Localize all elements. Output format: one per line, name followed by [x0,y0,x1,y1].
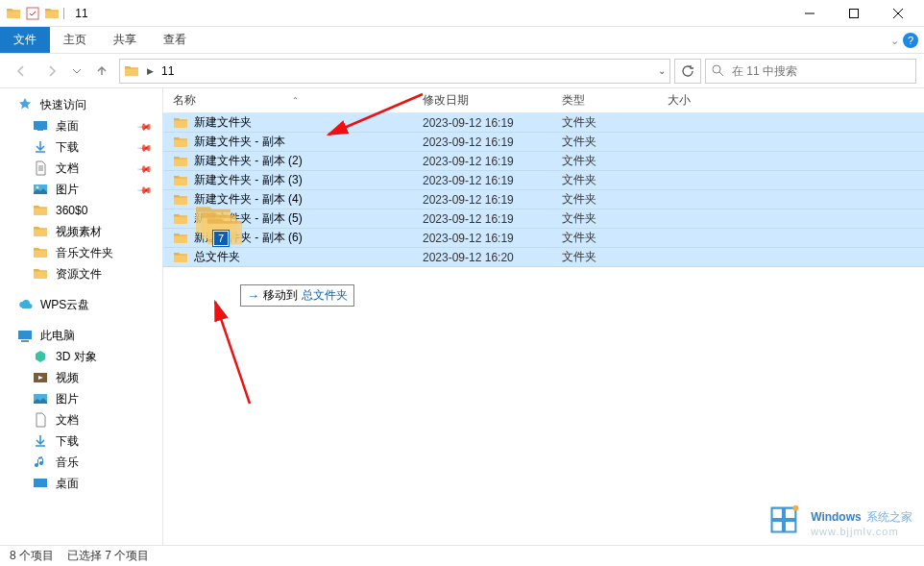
sidebar-pc-documents[interactable]: 文档 [0,409,162,431]
file-type: 文件夹 [552,230,658,246]
file-row[interactable]: 新建文件夹 - 副本2023-09-12 16:19文件夹 [163,133,924,152]
picture-icon [33,391,48,406]
svg-point-2 [713,65,720,73]
forward-button[interactable] [38,58,65,85]
address-history-dropdown[interactable]: ⌄ [658,65,666,76]
file-tab[interactable]: 文件 [0,27,50,53]
sidebar-item-recent-1[interactable]: 视频素材 [0,221,162,242]
pin-icon: 📌 [137,118,153,134]
sidebar-pc-music[interactable]: 音乐 [0,452,162,473]
pin-icon: 📌 [137,182,153,197]
ribbon-tabs: 文件 主页 共享 查看 ⌄ ? [0,27,924,54]
file-date: 2023-09-12 16:19 [413,212,552,226]
file-row[interactable]: 新建文件夹 - 副本 (6)2023-09-12 16:19文件夹 [163,229,924,248]
folder-icon [173,154,188,169]
content-pane: 名称⌃ 修改日期 类型 大小 新建文件夹2023-09-12 16:19文件夹新… [163,88,924,545]
sidebar-pc-pictures[interactable]: 图片 [0,388,162,409]
sidebar-pc-3d[interactable]: 3D 对象 [0,346,162,367]
address-segment[interactable]: 11 [161,64,174,78]
qat-divider: │ [61,8,67,18]
address-folder-icon [124,63,139,79]
qat-folder2-icon[interactable] [44,6,60,21]
recent-locations-button[interactable] [69,58,85,85]
navigation-toolbar: ▶ 11 ⌄ [0,54,924,88]
cloud-icon [17,297,33,312]
file-date: 2023-09-12 16:19 [413,174,552,187]
tab-home[interactable]: 主页 [50,27,100,53]
sidebar-quick-access[interactable]: 快速访问 [0,94,162,115]
folder-icon [33,245,48,260]
file-date: 2023-09-12 16:20 [413,251,552,264]
up-button[interactable] [88,58,115,85]
folder-icon [173,211,188,227]
column-header-type[interactable]: 类型 [552,88,658,112]
file-name: 新建文件夹 [194,114,252,131]
sidebar-pc-videos[interactable]: 视频 [0,367,162,388]
file-date: 2023-09-12 16:19 [413,135,552,149]
file-row[interactable]: 新建文件夹 - 副本 (2)2023-09-12 16:19文件夹 [163,152,924,171]
sidebar-item-pictures[interactable]: 图片📌 [0,179,162,200]
search-input[interactable] [730,63,910,79]
column-header-size[interactable]: 大小 [658,88,735,112]
search-box[interactable] [705,59,916,84]
tab-view[interactable]: 查看 [150,27,200,53]
sidebar-item-documents[interactable]: 文档📌 [0,158,162,179]
file-name: 新建文件夹 - 副本 (4) [194,191,303,208]
maximize-button[interactable] [832,0,876,27]
close-button[interactable] [876,0,920,27]
desktop-icon [33,476,48,491]
address-bar[interactable]: ▶ 11 ⌄ [119,59,670,84]
tab-share[interactable]: 共享 [100,27,150,53]
file-row[interactable]: 新建文件夹 - 副本 (3)2023-09-12 16:19文件夹 [163,171,924,190]
file-date: 2023-09-12 16:19 [413,193,552,207]
sidebar-pc-desktop[interactable]: 桌面 [0,473,162,494]
folder-icon [33,266,48,282]
column-header-name[interactable]: 名称⌃ [163,88,413,112]
expand-ribbon-button[interactable]: ⌄ [890,35,899,47]
file-name: 新建文件夹 - 副本 (2) [194,153,303,169]
sidebar-pc-downloads[interactable]: 下载 [0,431,162,452]
download-icon [33,433,48,449]
file-type: 文件夹 [552,114,658,131]
sidebar-item-downloads[interactable]: 下载📌 [0,136,162,158]
desktop-icon [33,118,48,134]
picture-icon [33,182,48,197]
svg-rect-1 [850,9,859,17]
column-header-date[interactable]: 修改日期 [413,88,552,112]
file-date: 2023-09-12 16:19 [413,155,552,168]
file-type: 文件夹 [552,172,658,188]
folder-icon [173,115,188,131]
sidebar-this-pc[interactable]: 此电脑 [0,325,162,346]
folder-icon [173,250,188,265]
title-bar: │ 11 [0,0,924,27]
video-icon [33,370,48,385]
minimize-button[interactable] [788,0,832,27]
file-row[interactable]: 新建文件夹2023-09-12 16:19文件夹 [163,113,924,133]
qat-properties-icon[interactable] [25,6,40,21]
file-type: 文件夹 [552,153,658,169]
pin-icon: 📌 [137,139,153,155]
sidebar-item-recent-2[interactable]: 音乐文件夹 [0,242,162,263]
svg-rect-3 [34,121,47,130]
folder-icon [33,224,48,239]
file-row[interactable]: 新建文件夹 - 副本 (5)2023-09-12 16:19文件夹 [163,209,924,229]
svg-point-6 [36,186,39,189]
sidebar-wps-cloud[interactable]: WPS云盘 [0,294,162,315]
star-icon [17,97,33,112]
chevron-right-icon[interactable]: ▶ [147,66,154,76]
sidebar-item-recent-3[interactable]: 资源文件 [0,263,162,284]
sidebar-item-desktop[interactable]: 桌面📌 [0,115,162,136]
qat-folder-icon [6,6,21,21]
file-row[interactable]: 新建文件夹 - 副本 (4)2023-09-12 16:19文件夹 [163,190,924,209]
refresh-button[interactable] [674,59,701,84]
file-type: 文件夹 [552,249,658,265]
file-list[interactable]: 新建文件夹2023-09-12 16:19文件夹新建文件夹 - 副本2023-0… [163,113,924,267]
folder-icon [173,231,188,246]
sidebar-item-recent-0[interactable]: 360$0 [0,200,162,221]
help-button[interactable]: ? [903,33,918,48]
back-button[interactable] [8,58,35,85]
svg-rect-0 [27,8,38,19]
svg-rect-7 [18,331,32,339]
svg-rect-4 [37,130,43,131]
file-row[interactable]: 总文件夹2023-09-12 16:20文件夹 [163,248,924,267]
